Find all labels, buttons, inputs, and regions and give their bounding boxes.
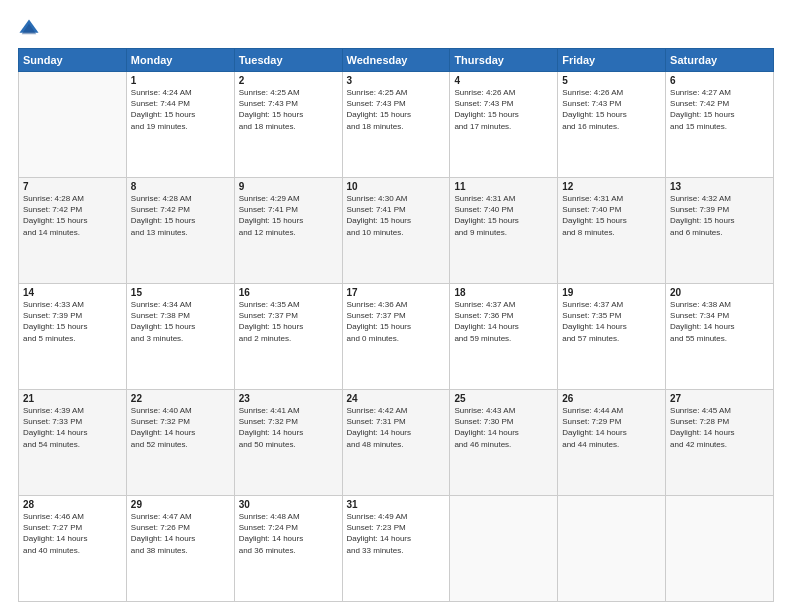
day-info: Sunrise: 4:29 AM Sunset: 7:41 PM Dayligh… (239, 193, 338, 238)
calendar-cell: 12Sunrise: 4:31 AM Sunset: 7:40 PM Dayli… (558, 178, 666, 284)
calendar-cell: 6Sunrise: 4:27 AM Sunset: 7:42 PM Daylig… (666, 72, 774, 178)
day-number: 2 (239, 75, 338, 86)
day-number: 29 (131, 499, 230, 510)
day-number: 11 (454, 181, 553, 192)
day-info: Sunrise: 4:39 AM Sunset: 7:33 PM Dayligh… (23, 405, 122, 450)
calendar-header-saturday: Saturday (666, 49, 774, 72)
day-number: 23 (239, 393, 338, 404)
calendar-week-row: 7Sunrise: 4:28 AM Sunset: 7:42 PM Daylig… (19, 178, 774, 284)
calendar-cell: 16Sunrise: 4:35 AM Sunset: 7:37 PM Dayli… (234, 284, 342, 390)
page: SundayMondayTuesdayWednesdayThursdayFrid… (0, 0, 792, 612)
day-number: 20 (670, 287, 769, 298)
calendar-cell: 2Sunrise: 4:25 AM Sunset: 7:43 PM Daylig… (234, 72, 342, 178)
day-number: 15 (131, 287, 230, 298)
day-number: 31 (347, 499, 446, 510)
day-info: Sunrise: 4:44 AM Sunset: 7:29 PM Dayligh… (562, 405, 661, 450)
calendar-week-row: 14Sunrise: 4:33 AM Sunset: 7:39 PM Dayli… (19, 284, 774, 390)
logo (18, 18, 44, 40)
calendar-cell: 9Sunrise: 4:29 AM Sunset: 7:41 PM Daylig… (234, 178, 342, 284)
day-info: Sunrise: 4:45 AM Sunset: 7:28 PM Dayligh… (670, 405, 769, 450)
calendar-cell: 24Sunrise: 4:42 AM Sunset: 7:31 PM Dayli… (342, 390, 450, 496)
day-number: 13 (670, 181, 769, 192)
day-number: 14 (23, 287, 122, 298)
calendar-header-thursday: Thursday (450, 49, 558, 72)
calendar-header-friday: Friday (558, 49, 666, 72)
day-info: Sunrise: 4:25 AM Sunset: 7:43 PM Dayligh… (239, 87, 338, 132)
calendar-cell: 30Sunrise: 4:48 AM Sunset: 7:24 PM Dayli… (234, 496, 342, 602)
day-number: 5 (562, 75, 661, 86)
calendar-header-wednesday: Wednesday (342, 49, 450, 72)
calendar-cell: 21Sunrise: 4:39 AM Sunset: 7:33 PM Dayli… (19, 390, 127, 496)
day-info: Sunrise: 4:37 AM Sunset: 7:36 PM Dayligh… (454, 299, 553, 344)
day-info: Sunrise: 4:32 AM Sunset: 7:39 PM Dayligh… (670, 193, 769, 238)
day-info: Sunrise: 4:43 AM Sunset: 7:30 PM Dayligh… (454, 405, 553, 450)
day-number: 18 (454, 287, 553, 298)
day-info: Sunrise: 4:36 AM Sunset: 7:37 PM Dayligh… (347, 299, 446, 344)
calendar-header-sunday: Sunday (19, 49, 127, 72)
day-number: 19 (562, 287, 661, 298)
calendar-cell (558, 496, 666, 602)
calendar-cell: 22Sunrise: 4:40 AM Sunset: 7:32 PM Dayli… (126, 390, 234, 496)
calendar-cell: 5Sunrise: 4:26 AM Sunset: 7:43 PM Daylig… (558, 72, 666, 178)
header (18, 18, 774, 40)
calendar-week-row: 21Sunrise: 4:39 AM Sunset: 7:33 PM Dayli… (19, 390, 774, 496)
calendar-cell: 26Sunrise: 4:44 AM Sunset: 7:29 PM Dayli… (558, 390, 666, 496)
day-number: 26 (562, 393, 661, 404)
day-number: 6 (670, 75, 769, 86)
day-number: 16 (239, 287, 338, 298)
day-number: 10 (347, 181, 446, 192)
calendar-cell (19, 72, 127, 178)
calendar-cell: 28Sunrise: 4:46 AM Sunset: 7:27 PM Dayli… (19, 496, 127, 602)
calendar-cell: 1Sunrise: 4:24 AM Sunset: 7:44 PM Daylig… (126, 72, 234, 178)
day-info: Sunrise: 4:40 AM Sunset: 7:32 PM Dayligh… (131, 405, 230, 450)
day-info: Sunrise: 4:47 AM Sunset: 7:26 PM Dayligh… (131, 511, 230, 556)
day-info: Sunrise: 4:30 AM Sunset: 7:41 PM Dayligh… (347, 193, 446, 238)
calendar-header-row: SundayMondayTuesdayWednesdayThursdayFrid… (19, 49, 774, 72)
calendar-cell: 19Sunrise: 4:37 AM Sunset: 7:35 PM Dayli… (558, 284, 666, 390)
day-info: Sunrise: 4:34 AM Sunset: 7:38 PM Dayligh… (131, 299, 230, 344)
day-info: Sunrise: 4:31 AM Sunset: 7:40 PM Dayligh… (562, 193, 661, 238)
day-info: Sunrise: 4:37 AM Sunset: 7:35 PM Dayligh… (562, 299, 661, 344)
calendar-cell: 23Sunrise: 4:41 AM Sunset: 7:32 PM Dayli… (234, 390, 342, 496)
day-number: 7 (23, 181, 122, 192)
day-info: Sunrise: 4:28 AM Sunset: 7:42 PM Dayligh… (23, 193, 122, 238)
day-number: 3 (347, 75, 446, 86)
calendar-cell: 4Sunrise: 4:26 AM Sunset: 7:43 PM Daylig… (450, 72, 558, 178)
calendar-cell: 15Sunrise: 4:34 AM Sunset: 7:38 PM Dayli… (126, 284, 234, 390)
calendar-cell: 13Sunrise: 4:32 AM Sunset: 7:39 PM Dayli… (666, 178, 774, 284)
day-info: Sunrise: 4:24 AM Sunset: 7:44 PM Dayligh… (131, 87, 230, 132)
day-number: 12 (562, 181, 661, 192)
calendar-week-row: 28Sunrise: 4:46 AM Sunset: 7:27 PM Dayli… (19, 496, 774, 602)
calendar-header-tuesday: Tuesday (234, 49, 342, 72)
calendar-cell: 7Sunrise: 4:28 AM Sunset: 7:42 PM Daylig… (19, 178, 127, 284)
day-number: 28 (23, 499, 122, 510)
calendar-cell: 8Sunrise: 4:28 AM Sunset: 7:42 PM Daylig… (126, 178, 234, 284)
day-info: Sunrise: 4:41 AM Sunset: 7:32 PM Dayligh… (239, 405, 338, 450)
calendar-cell: 27Sunrise: 4:45 AM Sunset: 7:28 PM Dayli… (666, 390, 774, 496)
logo-icon (18, 18, 40, 40)
calendar-cell: 3Sunrise: 4:25 AM Sunset: 7:43 PM Daylig… (342, 72, 450, 178)
calendar-table: SundayMondayTuesdayWednesdayThursdayFrid… (18, 48, 774, 602)
day-number: 25 (454, 393, 553, 404)
calendar-cell: 31Sunrise: 4:49 AM Sunset: 7:23 PM Dayli… (342, 496, 450, 602)
day-number: 4 (454, 75, 553, 86)
day-info: Sunrise: 4:35 AM Sunset: 7:37 PM Dayligh… (239, 299, 338, 344)
calendar-cell: 29Sunrise: 4:47 AM Sunset: 7:26 PM Dayli… (126, 496, 234, 602)
day-number: 21 (23, 393, 122, 404)
day-info: Sunrise: 4:46 AM Sunset: 7:27 PM Dayligh… (23, 511, 122, 556)
day-info: Sunrise: 4:26 AM Sunset: 7:43 PM Dayligh… (562, 87, 661, 132)
day-info: Sunrise: 4:25 AM Sunset: 7:43 PM Dayligh… (347, 87, 446, 132)
day-number: 22 (131, 393, 230, 404)
day-info: Sunrise: 4:42 AM Sunset: 7:31 PM Dayligh… (347, 405, 446, 450)
day-number: 8 (131, 181, 230, 192)
day-number: 27 (670, 393, 769, 404)
day-info: Sunrise: 4:31 AM Sunset: 7:40 PM Dayligh… (454, 193, 553, 238)
calendar-cell: 14Sunrise: 4:33 AM Sunset: 7:39 PM Dayli… (19, 284, 127, 390)
calendar-header-monday: Monday (126, 49, 234, 72)
day-info: Sunrise: 4:38 AM Sunset: 7:34 PM Dayligh… (670, 299, 769, 344)
day-number: 30 (239, 499, 338, 510)
day-info: Sunrise: 4:28 AM Sunset: 7:42 PM Dayligh… (131, 193, 230, 238)
calendar-cell: 11Sunrise: 4:31 AM Sunset: 7:40 PM Dayli… (450, 178, 558, 284)
calendar-week-row: 1Sunrise: 4:24 AM Sunset: 7:44 PM Daylig… (19, 72, 774, 178)
calendar-cell: 10Sunrise: 4:30 AM Sunset: 7:41 PM Dayli… (342, 178, 450, 284)
